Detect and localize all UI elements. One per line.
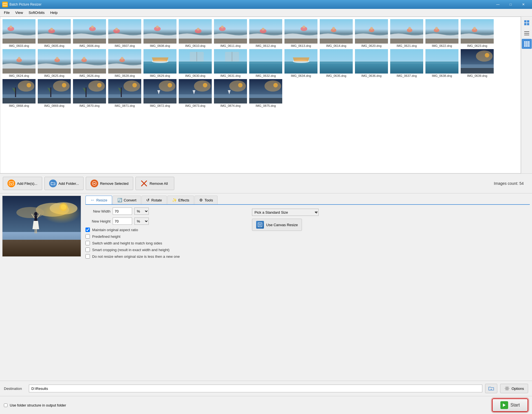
thumbnail	[73, 79, 106, 104]
tab-resize[interactable]: ↔ Resize	[85, 196, 112, 204]
list-item[interactable]: IMG_0639.dng	[460, 49, 494, 77]
folder-structure-checkbox[interactable]	[4, 403, 7, 407]
add-folder-button[interactable]: Add Folder...	[44, 177, 84, 190]
svg-rect-162	[108, 94, 141, 99]
list-item[interactable]: IMG_0631.dng	[213, 49, 248, 77]
svg-rect-224	[36, 229, 37, 233]
standard-size-select[interactable]: Pick a Standard Size	[252, 209, 319, 216]
maintain-aspect-checkbox[interactable]	[85, 228, 90, 232]
no-resize-small-checkbox[interactable]	[85, 254, 90, 259]
thumbnail-label: IMG_0620.dng	[354, 44, 389, 47]
height-input[interactable]	[113, 218, 132, 225]
menu-file[interactable]: File	[1, 9, 12, 16]
list-item[interactable]: IMG_0636.dng	[354, 49, 389, 77]
grid-view-button[interactable]	[522, 39, 532, 49]
thumbnail	[179, 79, 212, 104]
list-item[interactable]: IMG_0871.dng	[108, 79, 142, 107]
list-item[interactable]: IMG_0622.dng	[425, 19, 459, 47]
tab-rotate[interactable]: ↺ Rotate	[142, 196, 167, 204]
svg-point-143	[18, 80, 34, 92]
minimize-button[interactable]: —	[491, 0, 504, 9]
switch-wh-checkbox[interactable]	[85, 241, 90, 245]
thumbnail	[249, 79, 282, 104]
list-item[interactable]: IMG_0873.dng	[178, 79, 212, 107]
list-item[interactable]: IMG_0628.dng	[108, 49, 142, 77]
list-item[interactable]: IMG_0605.dng	[37, 19, 71, 47]
thumbnail	[108, 19, 141, 44]
svg-point-66	[435, 27, 438, 30]
thumbnail	[38, 19, 71, 44]
remove-selected-icon	[90, 180, 98, 187]
list-item[interactable]: IMG_0872.dng	[143, 79, 177, 107]
width-input[interactable]	[113, 208, 132, 215]
start-button[interactable]: Start	[492, 398, 528, 412]
list-view-button[interactable]	[522, 28, 532, 38]
list-item[interactable]: IMG_0635.dng	[319, 49, 353, 77]
tab-tools[interactable]: ⚙ Tools	[195, 196, 218, 204]
menu-softorbits[interactable]: SoftOrbits	[26, 9, 47, 16]
height-unit-select[interactable]: % px cm mm in	[134, 218, 149, 225]
list-item[interactable]: IMG_0613.dng	[284, 19, 318, 47]
browse-destination-button[interactable]	[485, 384, 497, 393]
remove-all-icon	[140, 180, 148, 187]
list-item[interactable]: IMG_0870.dng	[72, 79, 107, 107]
list-item[interactable]: IMG_0608.dng	[143, 19, 177, 47]
list-item[interactable]: IMG_0874.dng	[213, 79, 248, 107]
list-item[interactable]: IMG_0603.dng	[2, 19, 36, 47]
list-item[interactable]: IMG_0610.dng	[178, 19, 212, 47]
svg-rect-93	[143, 61, 177, 74]
remove-all-button[interactable]: Remove All	[135, 177, 174, 190]
list-item[interactable]: IMG_0868.dng	[2, 79, 36, 107]
options-button[interactable]: Options	[500, 384, 528, 393]
svg-rect-192	[524, 20, 526, 22]
list-item[interactable]: IMG_0621.dng	[390, 19, 424, 47]
svg-rect-84	[73, 69, 106, 74]
menu-help[interactable]: Help	[47, 9, 60, 16]
close-button[interactable]: ✕	[517, 0, 530, 9]
thumbnail	[425, 49, 458, 74]
list-item[interactable]: IMG_0625.dng	[37, 49, 71, 77]
thumbnail-label: IMG_0872.dng	[143, 104, 177, 107]
start-label: Start	[510, 403, 520, 408]
svg-rect-24	[143, 39, 177, 44]
large-icons-view-button[interactable]	[522, 18, 532, 28]
list-item[interactable]: IMG_0624.dng	[2, 49, 36, 77]
list-item[interactable]: IMG_0632.dng	[249, 49, 283, 77]
list-item[interactable]: IMG_0607.dng	[108, 19, 142, 47]
svg-point-71	[473, 27, 476, 30]
tab-convert[interactable]: 🔄 Convert	[113, 196, 141, 204]
list-item[interactable]: IMG_0637.dng	[390, 49, 424, 77]
canvas-resize-button[interactable]: Use Canvas Resize	[252, 219, 302, 231]
list-item[interactable]: IMG_0634.dng	[284, 49, 318, 77]
menu-view[interactable]: View	[12, 9, 26, 16]
svg-rect-146	[15, 87, 16, 97]
thumbnail	[179, 19, 212, 44]
add-files-button[interactable]: Add File(s)...	[3, 177, 42, 190]
list-item[interactable]: IMG_0606.dng	[72, 19, 107, 47]
list-item[interactable]: IMG_0623.dng	[460, 19, 494, 47]
svg-rect-98	[179, 61, 212, 74]
list-item[interactable]: IMG_0869.dng	[37, 79, 71, 107]
destination-input[interactable]	[29, 385, 482, 392]
list-item[interactable]: IMG_0629.dng	[143, 49, 177, 77]
list-item[interactable]: IMG_0638.dng	[425, 49, 459, 77]
list-item[interactable]: IMG_0611.dng	[213, 19, 248, 47]
width-unit-select[interactable]: % px cm mm in	[134, 208, 149, 215]
remove-selected-button[interactable]: Remove Selected	[86, 177, 133, 190]
list-item[interactable]: IMG_0620.dng	[354, 19, 389, 47]
maximize-button[interactable]: □	[504, 0, 517, 9]
list-item[interactable]: IMG_0875.dng	[249, 79, 283, 107]
image-grid-container[interactable]: IMG_0603.dng IMG_0605.dng	[0, 17, 521, 173]
svg-rect-220	[2, 244, 81, 257]
tab-effects[interactable]: ✨ Effects	[167, 196, 194, 204]
predefined-height-checkbox[interactable]	[85, 234, 90, 239]
app-icon	[2, 2, 8, 7]
list-item[interactable]: IMG_0630.dng	[178, 49, 212, 77]
svg-rect-167	[121, 87, 122, 97]
svg-rect-223	[35, 229, 36, 233]
smart-crop-checkbox[interactable]	[85, 248, 90, 252]
start-button-container: Start	[492, 398, 528, 412]
list-item[interactable]: IMG_0614.dng	[319, 19, 353, 47]
list-item[interactable]: IMG_0612.dng	[249, 19, 283, 47]
list-item[interactable]: IMG_0626.dng	[72, 49, 107, 77]
